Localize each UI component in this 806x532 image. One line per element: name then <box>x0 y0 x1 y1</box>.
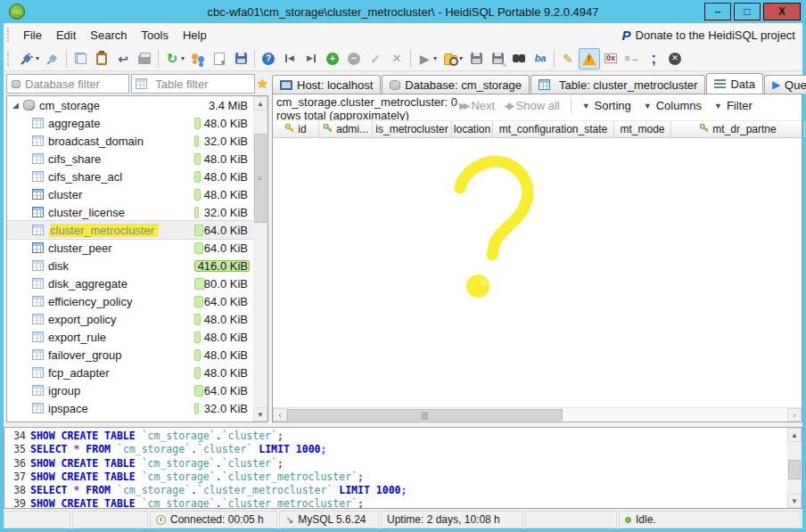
column-header-is_metrocluster[interactable]: is_metrocluster <box>373 121 452 137</box>
column-header-admi[interactable]: admi... <box>319 121 373 137</box>
sql-log-lines[interactable]: 34SHOW CREATE TABLE `cm_storage`.`cluste… <box>4 428 787 508</box>
print-button[interactable] <box>134 48 155 70</box>
scrollbar-thumb[interactable] <box>788 460 801 479</box>
table-row-ipspace[interactable]: ipspace32.0 KiB <box>7 399 253 417</box>
filter-dropdown[interactable]: ▼ Filter <box>714 99 753 112</box>
table-row-fcp_adapter[interactable]: fcp_adapter48.0 KiB <box>7 364 253 381</box>
column-header-mt_dr_partne[interactable]: mt_dr_partne <box>671 121 805 137</box>
insert-record-button[interactable]: + <box>322 48 343 70</box>
collapse-arrow-icon[interactable]: ◢ <box>12 101 23 110</box>
last-record-button[interactable]: ▶ <box>300 48 322 70</box>
next-statement-button[interactable]: ≡→ <box>621 48 643 70</box>
chevron-down-icon[interactable]: ▾ <box>181 54 185 62</box>
cancel-editing-button[interactable]: ✕ <box>386 48 407 70</box>
format-sql-button[interactable]: ✎ <box>557 48 579 70</box>
scroll-up-button[interactable]: ▲ <box>253 96 267 110</box>
replace-text-button[interactable]: ba <box>530 48 551 70</box>
table-row-cluster_peer[interactable]: cluster_peer64.0 KiB <box>7 239 253 257</box>
tree-vertical-scrollbar[interactable]: ▲ ≡ ▼ <box>253 96 267 422</box>
table-row-cluster[interactable]: cluster48.0 KiB <box>7 185 253 203</box>
scroll-up-button[interactable]: ▲ <box>787 428 802 442</box>
table-row-cluster_metrocluster[interactable]: cluster_metrocluster64.0 KiB <box>7 221 253 239</box>
donate-label: Donate to the HeidiSQL project <box>636 29 795 42</box>
menu-help[interactable]: Help <box>176 26 214 45</box>
tab-table[interactable]: Table: cluster_metrocluster <box>530 75 705 94</box>
table-row-export_policy[interactable]: export_policy48.0 KiB <box>7 310 253 328</box>
cancel-running-button[interactable]: ✕ <box>664 48 686 70</box>
data-grid-body[interactable] <box>273 138 802 407</box>
table-row-broadcast_domain[interactable]: broadcast_domain32.0 KiB <box>7 132 253 150</box>
save-sql-button[interactable] <box>465 48 487 70</box>
refresh-button[interactable]: ↻▾ <box>161 48 187 70</box>
table-row-cifs_share_acl[interactable]: cifs_share_acl48.0 KiB <box>7 168 253 185</box>
menu-search[interactable]: Search <box>83 26 134 45</box>
show-all-rows-button[interactable]: ◀▶ Show all <box>504 99 560 112</box>
disconnect-button[interactable] <box>42 48 63 70</box>
database-filter-input[interactable]: Database filter <box>6 74 129 94</box>
save-snippet-button[interactable] <box>230 48 251 70</box>
scrollbar-thumb[interactable]: ≡ <box>254 134 267 223</box>
hex-view-button[interactable]: 0x <box>600 48 621 70</box>
post-changes-button[interactable]: ✓ <box>365 48 386 70</box>
undo-button[interactable]: ↩ <box>112 48 134 70</box>
close-button[interactable]: X <box>763 3 801 20</box>
column-header-location[interactable]: location <box>452 121 493 137</box>
scroll-right-button[interactable]: › <box>787 408 802 422</box>
tab-data[interactable]: Data <box>706 73 762 94</box>
table-row-aggregate[interactable]: aggregate48.0 KiB <box>7 114 253 132</box>
table-row-cluster_license[interactable]: cluster_license32.0 KiB <box>7 203 253 221</box>
menu-edit[interactable]: Edit <box>49 26 83 45</box>
table-name: efficiency_policy <box>48 295 194 308</box>
columns-dropdown[interactable]: ▼ Columns <box>644 99 702 112</box>
table-row-failover_group[interactable]: failover_group48.0 KiB <box>7 346 253 364</box>
next-rows-button[interactable]: ▶▶ Next <box>459 99 495 112</box>
scroll-down-button[interactable]: ▼ <box>253 407 267 422</box>
chevron-down-icon[interactable]: ▾ <box>433 54 437 62</box>
copy-button[interactable] <box>70 48 91 70</box>
table-row-disk_aggregate[interactable]: disk_aggregate80.0 KiB <box>7 274 253 292</box>
column-header-mt_mode[interactable]: mt_mode <box>614 121 671 137</box>
highlight-warning-button[interactable] <box>579 48 600 70</box>
table-row-cifs_share[interactable]: cifs_share48.0 KiB <box>7 150 253 168</box>
delimiter-button[interactable]: ; <box>643 48 664 70</box>
maximize-button[interactable]: □ <box>734 3 761 20</box>
scroll-left-button[interactable]: ‹ <box>273 408 287 422</box>
favorites-star-icon[interactable]: ★ <box>257 76 268 92</box>
chevron-down-icon[interactable]: ▾ <box>459 54 463 62</box>
sorting-dropdown[interactable]: ▼ Sorting <box>582 99 631 112</box>
table-row-igroup[interactable]: igroup64.0 KiB <box>7 381 253 399</box>
help-button[interactable]: ? <box>258 48 279 70</box>
tab-host[interactable]: Host: localhost <box>272 75 381 94</box>
menu-file[interactable]: File <box>16 26 49 45</box>
table-row-disk[interactable]: disk416.0 KiB <box>7 257 253 274</box>
donate-link[interactable]: P Donate to the HeidiSQL project <box>622 28 795 43</box>
session-manager-button[interactable]: ▾ <box>16 48 42 70</box>
table-name: disk_aggregate <box>48 277 194 291</box>
scrollbar-thumb[interactable]: ||| <box>287 409 563 421</box>
run-sql-button[interactable]: ▶▾ <box>414 48 440 70</box>
export-database-button[interactable] <box>209 48 230 70</box>
grid-horizontal-scrollbar[interactable]: ‹ ||| › <box>273 407 802 422</box>
menu-tools[interactable]: Tools <box>135 26 176 45</box>
minimize-button[interactable]: – <box>704 3 731 20</box>
find-text-button[interactable] <box>508 48 530 70</box>
paste-button[interactable] <box>91 48 112 70</box>
load-sql-file-button[interactable]: ▾ <box>440 48 465 70</box>
chevron-down-icon[interactable]: ▾ <box>36 54 39 62</box>
column-header-mt_configuration_state[interactable]: mt_configuration_state <box>493 121 614 137</box>
tab-query[interactable]: ▶Query <box>764 75 806 94</box>
column-header-id[interactable]: id <box>273 121 319 137</box>
table-row-export_rule[interactable]: export_rule48.0 KiB <box>7 328 253 346</box>
first-record-button[interactable]: ◀ <box>279 48 300 70</box>
scroll-down-button[interactable]: ▼ <box>787 494 802 508</box>
tree-database-row[interactable]: ◢cm_storage3.4 MiB <box>7 96 253 114</box>
size-bar <box>194 296 203 307</box>
log-vertical-scrollbar[interactable]: ▲ ▼ <box>787 428 802 508</box>
delete-record-button[interactable]: − <box>343 48 365 70</box>
save-sql-as-button[interactable]: ✎ <box>487 48 508 70</box>
table-filter-input[interactable]: Table filter <box>131 74 254 94</box>
size-bar <box>194 314 201 325</box>
user-manager-button[interactable] <box>187 48 209 70</box>
table-row-efficiency_policy[interactable]: efficiency_policy64.0 KiB <box>7 292 253 310</box>
tab-database[interactable]: Database: cm_storage <box>382 75 530 94</box>
